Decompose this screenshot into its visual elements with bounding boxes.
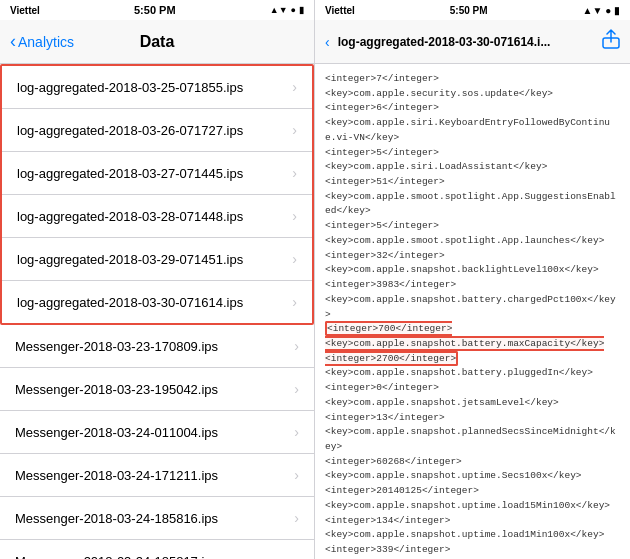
signal-icon: ▲▼ [583,5,603,16]
list-item[interactable]: Messenger-2018-03-23-195042.ips › [0,368,314,411]
chevron-right-icon: › [292,79,297,95]
list-item[interactable]: Messenger-2018-03-23-170809.ips › [0,325,314,368]
chevron-left-icon: ‹ [325,34,330,50]
left-status-bar: Viettel 5:50 PM ▲▼ ● ▮ [0,0,314,20]
left-carrier: Viettel [10,5,40,16]
chevron-right-icon: › [294,424,299,440]
list-item[interactable]: log-aggregated-2018-03-26-071727.ips › [2,109,312,152]
left-time: 5:50 PM [134,4,176,16]
list-item[interactable]: log-aggregated-2018-03-30-071614.ips › [2,281,312,323]
right-status-bar: Viettel 5:50 PM ▲▼ ● ▮ [315,0,630,20]
right-time: 5:50 PM [450,5,488,16]
right-nav-bar: ‹ log-aggregated-2018-03-30-071614.i... [315,20,630,64]
chevron-right-icon: › [294,381,299,397]
list-item[interactable]: Messenger-2018-03-24-171211.ips › [0,454,314,497]
chevron-right-icon: › [294,553,299,559]
list-item[interactable]: Messenger-2018-03-24-185816.ips › [0,497,314,540]
list-item[interactable]: Messenger-2018-03-24-011004.ips › [0,411,314,454]
right-nav-title: log-aggregated-2018-03-30-071614.i... [338,35,594,49]
chevron-right-icon: › [294,510,299,526]
left-status-icons: ▲▼ ● ▮ [270,5,304,15]
chevron-right-icon: › [292,165,297,181]
chevron-right-icon: › [292,251,297,267]
chevron-right-icon: › [292,208,297,224]
list-item-label: Messenger-2018-03-24-185816.ips [15,511,218,526]
list-item-label: log-aggregated-2018-03-27-071445.ips [17,166,243,181]
file-content: <integer>7</integer> <key>com.apple.secu… [315,64,630,559]
battery-icon: ▮ [614,5,620,16]
list-item[interactable]: log-aggregated-2018-03-28-071448.ips › [2,195,312,238]
left-nav-bar: ‹ Analytics Data [0,20,314,64]
list-item-label: Messenger-2018-03-24-011004.ips [15,425,218,440]
right-status-icons: ▲▼ ● ▮ [583,5,620,16]
right-back-button[interactable]: ‹ [325,34,330,50]
highlighted-xml: <integer>700</integer> <key>com.apple.sn… [325,321,604,365]
wifi-icon: ● [605,5,611,16]
battery-icon: ▮ [299,5,304,15]
left-panel: Viettel 5:50 PM ▲▼ ● ▮ ‹ Analytics Data … [0,0,315,559]
right-panel: Viettel 5:50 PM ▲▼ ● ▮ ‹ log-aggregated-… [315,0,630,559]
chevron-right-icon: › [294,467,299,483]
list-item-label: Messenger-2018-03-23-170809.ips [15,339,218,354]
back-button[interactable]: ‹ Analytics [10,31,74,52]
chevron-left-icon: ‹ [10,31,16,52]
file-list: log-aggregated-2018-03-25-071855.ips › l… [0,64,314,559]
list-item[interactable]: log-aggregated-2018-03-27-071445.ips › [2,152,312,195]
share-button[interactable] [602,29,620,54]
list-item[interactable]: log-aggregated-2018-03-29-071451.ips › [2,238,312,281]
list-item-label: Messenger-2018-03-23-195042.ips [15,382,218,397]
list-item-label: log-aggregated-2018-03-28-071448.ips [17,209,243,224]
xml-line: <key>com.apple.snapshot.battery.pluggedI… [325,367,616,559]
wifi-icon: ● [291,5,296,15]
back-label: Analytics [18,34,74,50]
right-carrier: Viettel [325,5,355,16]
list-item-label: log-aggregated-2018-03-29-071451.ips [17,252,243,267]
signal-icon: ▲▼ [270,5,288,15]
xml-line: <integer>7</integer> <key>com.apple.secu… [325,73,616,320]
chevron-right-icon: › [294,338,299,354]
list-item-label: log-aggregated-2018-03-25-071855.ips [17,80,243,95]
xml-text: <integer>7</integer> <key>com.apple.secu… [325,72,620,559]
left-nav-title: Data [140,33,175,51]
list-item-label: log-aggregated-2018-03-30-071614.ips [17,295,243,310]
list-item[interactable]: log-aggregated-2018-03-25-071855.ips › [2,66,312,109]
chevron-right-icon: › [292,122,297,138]
list-item-label: Messenger-2018-03-24-171211.ips [15,468,218,483]
list-item-label: log-aggregated-2018-03-26-071727.ips [17,123,243,138]
highlighted-group: log-aggregated-2018-03-25-071855.ips › l… [0,64,314,325]
list-item-label: Messenger-2018-03-24-185817.ips [15,554,218,560]
chevron-right-icon: › [292,294,297,310]
list-item[interactable]: Messenger-2018-03-24-185817.ips › [0,540,314,559]
